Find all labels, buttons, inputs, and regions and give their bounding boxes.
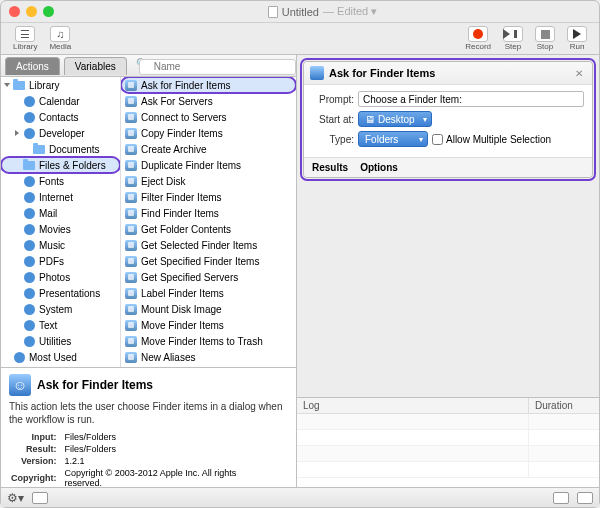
category-documents[interactable]: Documents xyxy=(1,141,120,157)
library-toolbar-button[interactable]: ☰Library xyxy=(9,26,41,51)
category-developer[interactable]: Developer xyxy=(1,125,120,141)
action-new-aliases[interactable]: New Aliases xyxy=(121,349,296,365)
action-mount-disk-image[interactable]: Mount Disk Image xyxy=(121,301,296,317)
action-label-finder-items[interactable]: Label Finder Items xyxy=(121,285,296,301)
category-contacts[interactable]: Contacts xyxy=(1,109,120,125)
category-label: Library xyxy=(29,80,60,91)
action-connect-to-servers[interactable]: Connect to Servers xyxy=(121,109,296,125)
action-icon xyxy=(125,144,137,155)
type-popup[interactable]: Folders xyxy=(358,131,428,147)
log-pane: Log Duration xyxy=(297,397,599,487)
category-internet[interactable]: Internet xyxy=(1,189,120,205)
category-library[interactable]: Library xyxy=(1,77,120,93)
action-icon xyxy=(125,352,137,363)
category-system[interactable]: System xyxy=(1,301,120,317)
finder-icon: ☺ xyxy=(9,374,31,396)
action-label: Copy Finder Items xyxy=(141,128,223,139)
run-button[interactable]: Run xyxy=(563,26,591,51)
action-label: Label Finder Items xyxy=(141,288,224,299)
action-list[interactable]: Ask for Finder ItemsAsk For ServersConne… xyxy=(121,77,296,367)
category-text[interactable]: Text xyxy=(1,317,120,333)
tab-actions[interactable]: Actions xyxy=(5,57,60,75)
view-mode-1-button[interactable] xyxy=(553,492,569,504)
action-duplicate-finder-items[interactable]: Duplicate Finder Items xyxy=(121,157,296,173)
category-label: Presentations xyxy=(39,288,100,299)
titlebar: Untitled — Edited ▾ xyxy=(1,1,599,23)
action-filter-finder-items[interactable]: Filter Finder Items xyxy=(121,189,296,205)
step-button[interactable]: Step xyxy=(499,26,527,51)
start-at-popup[interactable]: 🖥Desktop xyxy=(358,111,432,127)
zoom-window-button[interactable] xyxy=(43,6,54,17)
workflow-action-ask-finder-items[interactable]: Ask for Finder Items ✕ Prompt: Start at:… xyxy=(303,61,593,178)
stop-button[interactable]: Stop xyxy=(531,26,559,51)
options-tab[interactable]: Options xyxy=(360,162,398,173)
results-tab[interactable]: Results xyxy=(312,162,348,173)
pdf-icon xyxy=(23,255,35,267)
search-input[interactable] xyxy=(139,59,296,75)
action-find-finder-items[interactable]: Find Finder Items xyxy=(121,205,296,221)
action-get-specified-finder-items[interactable]: Get Specified Finder Items xyxy=(121,253,296,269)
description-details: Input:Files/Folders Result:Files/Folders… xyxy=(9,430,247,487)
category-list[interactable]: LibraryCalendarContactsDeveloperDocument… xyxy=(1,77,121,367)
folder-icon xyxy=(33,143,45,155)
category-movies[interactable]: Movies xyxy=(1,221,120,237)
action-ask-for-finder-items[interactable]: Ask for Finder Items xyxy=(121,77,296,93)
category-music[interactable]: Music xyxy=(1,237,120,253)
disclosure-icon[interactable] xyxy=(4,83,10,87)
category-utilities[interactable]: Utilities xyxy=(1,333,120,349)
action-icon xyxy=(125,208,137,219)
category-label: Photos xyxy=(39,272,70,283)
action-icon xyxy=(125,96,137,107)
close-window-button[interactable] xyxy=(9,6,20,17)
start-at-label: Start at: xyxy=(312,114,354,125)
action-eject-disk[interactable]: Eject Disk xyxy=(121,173,296,189)
category-label: Music xyxy=(39,240,65,251)
toggle-description-button[interactable] xyxy=(32,492,48,504)
media-toolbar-button[interactable]: ♫Media xyxy=(45,26,75,51)
action-label: Connect to Servers xyxy=(141,112,227,123)
prompt-label: Prompt: xyxy=(312,94,354,105)
category-mail[interactable]: Mail xyxy=(1,205,120,221)
category-label: Fonts xyxy=(39,176,64,187)
category-photos[interactable]: Photos xyxy=(1,269,120,285)
action-copy-finder-items[interactable]: Copy Finder Items xyxy=(121,125,296,141)
category-pdfs[interactable]: PDFs xyxy=(1,253,120,269)
action-move-finder-items-to-trash[interactable]: Move Finder Items to Trash xyxy=(121,333,296,349)
type-label: Type: xyxy=(312,134,354,145)
category-presentations[interactable]: Presentations xyxy=(1,285,120,301)
action-move-finder-items[interactable]: Move Finder Items xyxy=(121,317,296,333)
tab-variables[interactable]: Variables xyxy=(64,57,127,75)
category-files-folders[interactable]: Files & Folders xyxy=(1,157,120,173)
action-label: Find Finder Items xyxy=(141,208,219,219)
category-calendar[interactable]: Calendar xyxy=(1,93,120,109)
action-icon xyxy=(125,128,137,139)
mail-icon xyxy=(23,207,35,219)
disclosure-icon[interactable] xyxy=(15,130,19,136)
action-label: Eject Disk xyxy=(141,176,185,187)
photos-icon xyxy=(23,271,35,283)
category-most-used[interactable]: Most Used xyxy=(1,349,120,365)
log-column-header[interactable]: Log xyxy=(297,398,529,413)
action-get-folder-contents[interactable]: Get Folder Contents xyxy=(121,221,296,237)
action-label: Get Specified Finder Items xyxy=(141,256,259,267)
workflow-area[interactable]: Ask for Finder Items ✕ Prompt: Start at:… xyxy=(297,55,599,397)
minimize-window-button[interactable] xyxy=(26,6,37,17)
category-label: Most Used xyxy=(29,352,77,363)
action-get-selected-finder-items[interactable]: Get Selected Finder Items xyxy=(121,237,296,253)
action-create-archive[interactable]: Create Archive xyxy=(121,141,296,157)
category-fonts[interactable]: Fonts xyxy=(1,173,120,189)
gear-menu[interactable]: ⚙▾ xyxy=(7,491,24,505)
record-button[interactable]: Record xyxy=(461,26,495,51)
action-icon xyxy=(125,160,137,171)
contacts-icon xyxy=(23,111,35,123)
close-action-button[interactable]: ✕ xyxy=(572,68,586,79)
duration-column-header[interactable]: Duration xyxy=(529,398,599,413)
toolbar: ☰Library ♫Media Record Step Stop Run xyxy=(1,23,599,55)
cal-icon xyxy=(23,95,35,107)
action-get-specified-servers[interactable]: Get Specified Servers xyxy=(121,269,296,285)
allow-multiple-checkbox[interactable] xyxy=(432,134,443,145)
prompt-input[interactable] xyxy=(358,91,584,107)
action-icon xyxy=(125,256,137,267)
action-ask-for-servers[interactable]: Ask For Servers xyxy=(121,93,296,109)
view-mode-2-button[interactable] xyxy=(577,492,593,504)
